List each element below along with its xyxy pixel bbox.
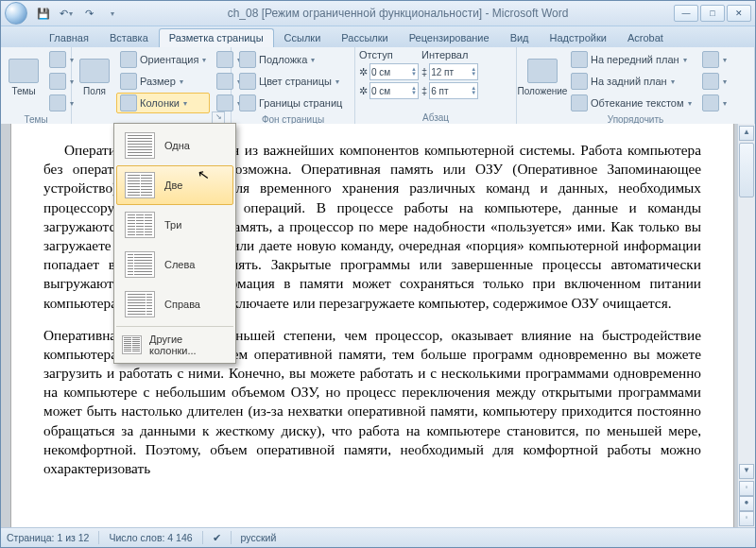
margins-button[interactable]: Поля: [76, 49, 113, 106]
ribbon: Темы ▾ ▾ ▾ Темы Поля Ориентация▾ Размер: [1, 47, 755, 126]
themes-label: Темы: [11, 86, 35, 96]
tab-insert[interactable]: Вставка: [99, 28, 159, 47]
dropdown-separator: [116, 326, 233, 327]
send-back-button[interactable]: На задний план▾: [567, 71, 696, 92]
spacing-before-input[interactable]: 12 пт▲▼: [429, 63, 478, 80]
indent-left-icon: ✲: [359, 66, 368, 78]
rotate-icon: [702, 94, 719, 111]
indent-right-icon: ✲: [359, 85, 368, 97]
spacing-before-icon: ‡: [421, 66, 427, 77]
save-button[interactable]: 💾: [33, 3, 54, 24]
watermark-icon: [239, 51, 256, 68]
effects-icon: [49, 94, 66, 111]
status-proofing-icon[interactable]: ✔: [213, 532, 221, 543]
align-button[interactable]: ▾: [698, 49, 730, 70]
ribbon-tabs: Главная Вставка Разметка страницы Ссылки…: [1, 26, 755, 47]
position-button[interactable]: Положение: [521, 49, 564, 106]
maximize-button[interactable]: □: [700, 5, 725, 22]
status-words[interactable]: Число слов: 4 146: [109, 532, 192, 543]
tab-home[interactable]: Главная: [39, 28, 99, 47]
group-objects-button[interactable]: ▾: [698, 71, 730, 92]
spacing-after-input[interactable]: 6 пт▲▼: [429, 82, 478, 99]
tab-addins[interactable]: Надстройки: [540, 28, 617, 47]
margins-label: Поля: [83, 86, 106, 96]
bring-front-icon: [571, 51, 588, 68]
group-paragraph: Отступ ✲0 см▲▼ ✲0 см▲▼ Интервал ‡12 пт▲▼…: [355, 47, 517, 125]
size-button[interactable]: Размер▾: [116, 71, 210, 92]
colors-icon: [49, 51, 66, 68]
spacing-after-icon: ‡: [421, 85, 427, 96]
minimize-button[interactable]: —: [674, 5, 698, 22]
status-page[interactable]: Страница: 1 из 12: [7, 532, 89, 543]
orientation-icon: [120, 51, 137, 68]
title-bar: 💾 ↶▾ ↷ ▾ ch_08 [Режим ограниченной функц…: [1, 1, 755, 26]
text-wrap-button[interactable]: Обтекание текстом▾: [567, 93, 696, 113]
columns-icon: [120, 94, 137, 111]
page-color-icon: [239, 73, 256, 90]
text-wrap-icon: [571, 94, 588, 111]
window-title: ch_08 [Режим ограниченной функциональнос…: [122, 7, 674, 20]
page-color-button[interactable]: Цвет страницы▾: [235, 71, 346, 92]
group-themes: Темы ▾ ▾ ▾ Темы: [1, 47, 72, 125]
fonts-icon: [49, 73, 66, 90]
tab-mailings[interactable]: Рассылки: [331, 28, 398, 47]
rotate-button[interactable]: ▾: [698, 93, 730, 113]
indent-right-input[interactable]: 0 см▲▼: [369, 82, 419, 99]
indent-label: Отступ: [359, 49, 419, 60]
orientation-button[interactable]: Ориентация▾: [116, 49, 210, 70]
tab-review[interactable]: Рецензирование: [399, 28, 500, 47]
spacing-label: Интервал: [421, 49, 478, 60]
group-page-bg: Подложка▾ Цвет страницы▾ Границы страниц…: [232, 47, 355, 125]
status-language[interactable]: русский: [241, 532, 277, 543]
undo-button[interactable]: ↶▾: [56, 3, 77, 24]
themes-icon: [9, 59, 39, 83]
indent-left-input[interactable]: 0 см▲▼: [369, 63, 419, 80]
align-icon: [702, 51, 719, 68]
scroll-thumb[interactable]: [739, 143, 754, 197]
qat-more-button[interactable]: ▾: [101, 3, 122, 24]
group-page-setup: Поля Ориентация▾ Размер▾ Колонки▾ ▾ ▾ ▾ …: [72, 47, 232, 125]
quick-access-toolbar: 💾 ↶▾ ↷ ▾: [5, 2, 122, 25]
position-icon: [527, 59, 558, 83]
columns-three[interactable]: Три: [116, 205, 233, 245]
themes-button[interactable]: Темы: [5, 49, 43, 106]
tab-acrobat[interactable]: Acrobat: [617, 28, 674, 47]
columns-right[interactable]: Справа: [116, 284, 233, 324]
columns-more[interactable]: Другие колонки...: [116, 329, 233, 361]
size-icon: [120, 73, 137, 90]
tab-page-layout[interactable]: Разметка страницы: [159, 28, 274, 47]
scroll-down-button[interactable]: ▼: [739, 464, 754, 479]
columns-left[interactable]: Слева: [116, 245, 233, 284]
columns-dropdown: Одна Две Три Слева Справа Другие колонки…: [113, 123, 236, 364]
bring-front-button[interactable]: На передний план▾: [567, 49, 696, 70]
columns-one[interactable]: Одна: [116, 126, 233, 165]
watermark-button[interactable]: Подложка▾: [235, 49, 346, 70]
window-controls: — □ ✕: [674, 5, 751, 22]
tab-references[interactable]: Ссылки: [274, 28, 332, 47]
columns-two[interactable]: Две: [116, 165, 233, 205]
page-borders-button[interactable]: Границы страниц: [235, 93, 346, 113]
group-icon: [702, 73, 719, 90]
prev-page-button[interactable]: ◦: [739, 481, 754, 496]
send-back-icon: [571, 73, 588, 90]
group-paragraph-label: Абзац: [359, 111, 512, 125]
margins-icon: [79, 59, 110, 83]
office-button[interactable]: [5, 2, 27, 25]
columns-button[interactable]: Колонки▾: [116, 93, 210, 113]
group-arrange: Положение На передний план▾ На задний пл…: [517, 47, 755, 125]
vertical-scrollbar[interactable]: ▲ ▼ ◦ ● ◦: [737, 124, 755, 528]
status-bar: Страница: 1 из 12 Число слов: 4 146 ✔ ру…: [1, 527, 755, 547]
scroll-up-button[interactable]: ▲: [739, 126, 754, 141]
close-button[interactable]: ✕: [727, 5, 751, 22]
page-borders-icon: [239, 94, 256, 111]
redo-button[interactable]: ↷: [78, 3, 99, 24]
tab-view[interactable]: Вид: [500, 28, 540, 47]
next-page-button[interactable]: ◦: [739, 511, 754, 526]
browse-object-button[interactable]: ●: [739, 496, 754, 511]
position-label: Положение: [518, 86, 568, 96]
